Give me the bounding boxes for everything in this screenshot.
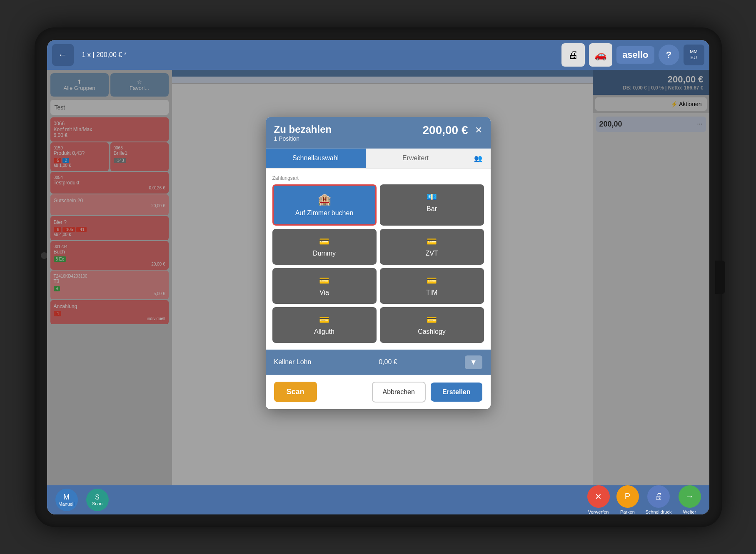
kellner-lohn-expand-button[interactable]: ▼	[465, 355, 482, 369]
payment-zvt-button[interactable]: 💳 ZVT	[380, 229, 484, 264]
help-button[interactable]: ?	[659, 45, 679, 65]
modal-position-count: 1 Position	[274, 135, 332, 142]
modal-title: Zu bezahlen	[274, 123, 332, 135]
print-button[interactable]: 🖨	[561, 43, 585, 67]
via-icon: 💳	[319, 275, 329, 285]
tablet-camera	[41, 252, 47, 259]
tim-icon: 💳	[427, 275, 437, 285]
manuell-icon: M	[63, 493, 70, 502]
schnelldruck-button[interactable]: 🖨 Schnelldruck	[646, 485, 672, 514]
kellner-lohn-label: Kellner Lohn	[274, 358, 312, 366]
tab-groups-icon[interactable]: 👥	[466, 148, 491, 168]
tab-schnellauswahl[interactable]: Schnellauswahl	[266, 148, 366, 168]
payment-dummy-button[interactable]: 💳 Dummy	[272, 229, 377, 264]
parken-icon: P	[625, 492, 630, 501]
dummy-icon: 💳	[319, 236, 329, 246]
payment-tim-button[interactable]: 💳 TIM	[380, 268, 484, 303]
bar-icon: 💶	[427, 191, 437, 201]
parken-circle: P	[616, 485, 639, 508]
verwerfen-button[interactable]: ✕ Verwerfen	[587, 485, 610, 514]
abbrechen-button[interactable]: Abbrechen	[372, 381, 426, 402]
weiter-circle: →	[679, 485, 701, 508]
zvt-icon: 💳	[427, 236, 437, 246]
main-content: ⬆ Alle Gruppen ☆ Favori... Test 0066 Kon…	[47, 70, 709, 485]
car-button[interactable]: 🚗	[589, 43, 612, 67]
erstellen-button[interactable]: Erstellen	[431, 382, 482, 401]
payment-grid: 🏨 Auf Zimmer buchen 💶 Bar 💳 Dummy	[272, 184, 484, 343]
payment-bar-button[interactable]: 💶 Bar	[380, 184, 484, 225]
print-icon: 🖨	[568, 49, 578, 61]
modal-amount: 200,00 €	[423, 123, 468, 137]
modal-footer: Kellner Lohn 0,00 € ▼	[266, 349, 491, 375]
verwerfen-icon: ✕	[595, 492, 602, 502]
schnelldruck-icon: 🖨	[654, 492, 663, 501]
zimmer-icon: 🏨	[318, 193, 331, 206]
modal-tabs: Schnellauswahl Erweitert 👥	[266, 148, 491, 168]
groups-tab-icon: 👥	[474, 154, 482, 161]
top-bar-right: 🖨 🚗 asello ? MM BU	[561, 43, 704, 67]
modal-close-button[interactable]: ✕	[475, 124, 482, 135]
payment-via-button[interactable]: 💳 Via	[272, 268, 377, 303]
modal-header-left: Zu bezahlen 1 Position	[274, 123, 332, 142]
asello-logo: asello	[616, 46, 654, 64]
user-badge: MM BU	[684, 45, 704, 65]
weiter-icon: →	[686, 492, 694, 501]
modal-body: Zahlungsart 🏨 Auf Zimmer buchen 💶 Bar	[266, 168, 491, 349]
kellner-lohn-amount: 0,00 €	[379, 358, 397, 366]
top-bar: ← 1 x | 200,00 € * 🖨 🚗 asello ? MM BU	[47, 40, 709, 70]
verwerfen-circle: ✕	[587, 485, 610, 508]
bottom-right-buttons: ✕ Verwerfen P Parken 🖨 Schnelldruck	[587, 485, 701, 514]
tab-erweitert[interactable]: Erweitert	[366, 148, 466, 168]
back-icon: ←	[58, 50, 67, 60]
car-icon: 🚗	[594, 49, 607, 61]
manuell-button[interactable]: M Manuell	[55, 489, 78, 511]
weiter-button[interactable]: → Weiter	[679, 485, 701, 514]
bottom-bar: M Manuell S Scan ✕ Verwerfen P P	[47, 485, 709, 514]
payment-modal: Zu bezahlen 1 Position 200,00 € ✕ Schnel…	[266, 117, 491, 409]
payment-zimmer-button[interactable]: 🏨 Auf Zimmer buchen	[272, 184, 377, 225]
modal-actions: Scan Abbrechen Erstellen	[266, 375, 491, 409]
chevron-down-icon: ▼	[470, 358, 477, 366]
back-button[interactable]: ←	[52, 44, 74, 66]
help-icon: ?	[666, 50, 671, 60]
zahlungsart-label: Zahlungsart	[272, 175, 484, 181]
scan-bottom-button[interactable]: S Scan	[86, 489, 109, 511]
cashlogy-icon: 💳	[427, 314, 437, 324]
cart-info: 1 x | 200,00 € *	[78, 51, 558, 59]
parken-button[interactable]: P Parken	[616, 485, 639, 514]
modal-header: Zu bezahlen 1 Position 200,00 € ✕	[266, 117, 491, 148]
tablet-side-button	[715, 261, 725, 294]
scan-icon: S	[95, 494, 100, 501]
payment-cashlogy-button[interactable]: 💳 Cashlogy	[380, 307, 484, 343]
allguth-icon: 💳	[319, 314, 329, 324]
modal-header-right: 200,00 € ✕	[423, 123, 482, 137]
scan-button[interactable]: Scan	[274, 382, 317, 402]
schnelldruck-circle: 🖨	[647, 485, 670, 508]
payment-allguth-button[interactable]: 💳 Allguth	[272, 307, 377, 343]
